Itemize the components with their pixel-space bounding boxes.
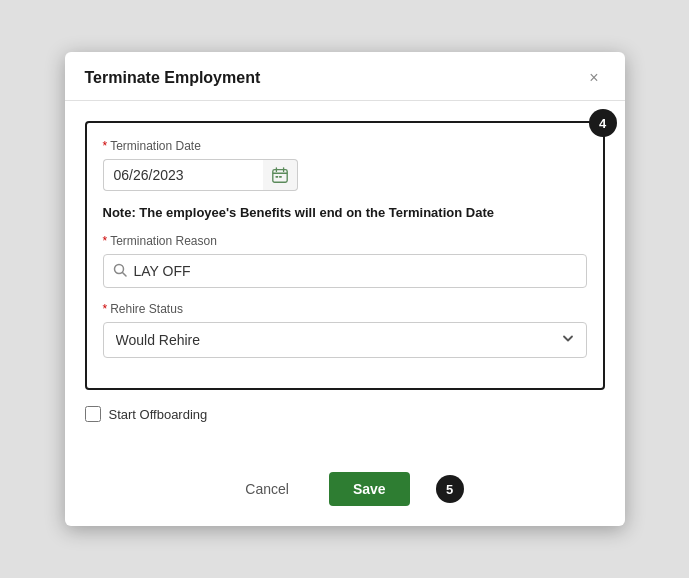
modal-footer: Cancel Save 5	[65, 462, 625, 526]
save-button[interactable]: Save	[329, 472, 410, 506]
rehire-status-label: * Rehire Status	[103, 302, 587, 316]
calendar-icon	[271, 166, 289, 184]
modal-body: 4 * Termination Date	[65, 101, 625, 462]
terminate-employment-modal: Terminate Employment × 4 * Termination D…	[65, 52, 625, 526]
offboarding-label: Start Offboarding	[109, 407, 208, 422]
rehire-status-select-wrapper: Would Rehire Would Not Rehire Conditiona…	[103, 322, 587, 358]
termination-date-input[interactable]	[103, 159, 263, 191]
required-star-rehire: *	[103, 302, 108, 316]
step-badge-4: 4	[589, 109, 617, 137]
offboarding-row: Start Offboarding	[85, 406, 605, 422]
termination-date-label: * Termination Date	[103, 139, 587, 153]
date-input-wrapper	[103, 159, 587, 191]
termination-reason-label: * Termination Reason	[103, 234, 587, 248]
highlighted-section: 4 * Termination Date	[85, 121, 605, 390]
cancel-button[interactable]: Cancel	[225, 473, 309, 505]
required-star-date: *	[103, 139, 108, 153]
search-icon	[113, 263, 127, 280]
modal-overlay: Terminate Employment × 4 * Termination D…	[0, 0, 689, 578]
modal-title: Terminate Employment	[85, 69, 261, 87]
rehire-status-group: * Rehire Status Would Rehire Would Not R…	[103, 302, 587, 358]
benefits-note: Note: The employee's Benefits will end o…	[103, 205, 587, 220]
termination-date-group: * Termination Date	[103, 139, 587, 191]
required-star-reason: *	[103, 234, 108, 248]
svg-rect-5	[279, 176, 282, 178]
close-button[interactable]: ×	[583, 68, 604, 88]
svg-line-7	[122, 272, 126, 276]
termination-reason-input[interactable]	[103, 254, 587, 288]
termination-reason-search-wrapper	[103, 254, 587, 288]
svg-rect-0	[272, 170, 286, 183]
step-badge-5: 5	[436, 475, 464, 503]
calendar-button[interactable]	[263, 159, 298, 191]
start-offboarding-checkbox[interactable]	[85, 406, 101, 422]
svg-rect-4	[275, 176, 278, 178]
rehire-status-select[interactable]: Would Rehire Would Not Rehire Conditiona…	[103, 322, 587, 358]
termination-reason-group: * Termination Reason	[103, 234, 587, 288]
modal-header: Terminate Employment ×	[65, 52, 625, 101]
